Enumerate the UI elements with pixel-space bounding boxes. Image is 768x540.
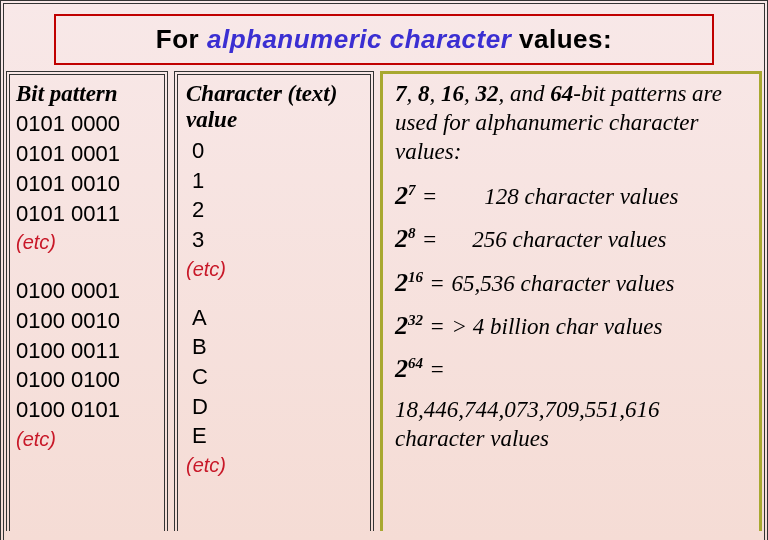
exponent: 32 [408, 312, 423, 328]
power-value-continued: 18,446,744,073,709,551,616 character val… [395, 396, 749, 454]
exponent: 7 [408, 183, 416, 199]
bit-row: 0100 0001 [16, 276, 160, 306]
bit-count: 64 [550, 81, 573, 106]
title-emph: alphanumeric character [207, 24, 511, 54]
col-head-bit: Bit pattern [16, 81, 160, 107]
title-post: values: [511, 24, 612, 54]
etc-label: (etc) [186, 451, 364, 479]
char-row: D [186, 392, 364, 422]
bit-row: 0101 0001 [16, 139, 160, 169]
col-head-char: Character (text) value [186, 81, 364, 134]
char-row: 2 [186, 195, 364, 225]
char-value-column: Character (text) value 0 1 2 3 (etc) A B… [174, 71, 374, 531]
bit-row: 0100 0101 [16, 395, 160, 425]
char-row: 1 [186, 166, 364, 196]
power-row: 27 =128 character values [395, 180, 749, 211]
bit-count: 32 [476, 81, 499, 106]
intro-text: 7, 8, 16, 32, and 64-bit patterns are us… [395, 80, 749, 166]
etc-label: (etc) [16, 425, 160, 453]
exponent: 64 [408, 355, 423, 371]
bit-row: 0101 0000 [16, 109, 160, 139]
char-row: 0 [186, 136, 364, 166]
char-row: A [186, 303, 364, 333]
bit-row: 0100 0010 [16, 306, 160, 336]
bit-count: 8 [418, 81, 430, 106]
power-value: 256 character values [472, 227, 666, 252]
bit-count: 7 [395, 81, 407, 106]
bit-row: 0100 0100 [16, 365, 160, 395]
bit-row: 0101 0011 [16, 199, 160, 229]
power-value: > 4 billion char values [451, 314, 662, 339]
exponent: 16 [408, 269, 423, 285]
power-row: 216 = 65,536 character values [395, 267, 749, 298]
power-row: 28 =256 character values [395, 223, 749, 254]
explanation-column: 7, 8, 16, 32, and 64-bit patterns are us… [380, 71, 762, 531]
char-row: B [186, 332, 364, 362]
bit-row: 0101 0010 [16, 169, 160, 199]
etc-label: (etc) [186, 255, 364, 283]
page-title: For alphanumeric character values: [54, 14, 714, 65]
power-value: 65,536 character values [451, 271, 674, 296]
char-row: C [186, 362, 364, 392]
bit-pattern-column: Bit pattern 0101 0000 0101 0001 0101 001… [6, 71, 168, 531]
char-row: 3 [186, 225, 364, 255]
power-row: 264 = [395, 353, 749, 384]
etc-label: (etc) [16, 228, 160, 256]
char-row: E [186, 421, 364, 451]
power-row: 232 = > 4 billion char values [395, 310, 749, 341]
bit-row: 0100 0011 [16, 336, 160, 366]
bit-count: 16 [441, 81, 464, 106]
power-value: 128 character values [484, 184, 678, 209]
exponent: 8 [408, 226, 416, 242]
title-pre: For [156, 24, 207, 54]
